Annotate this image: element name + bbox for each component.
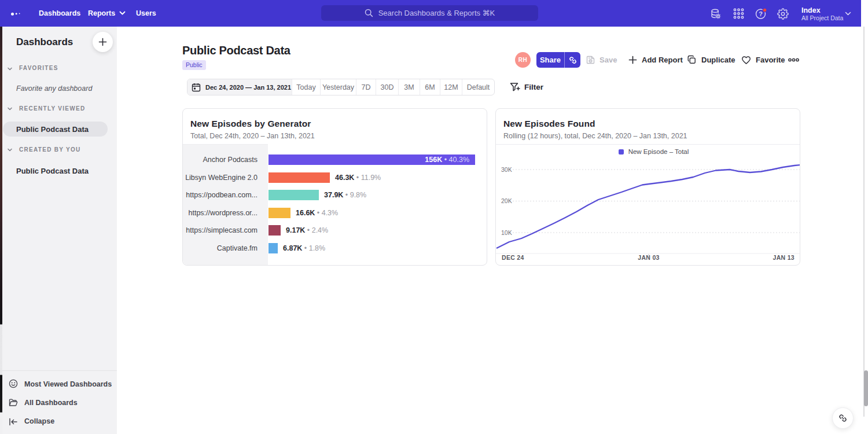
- svg-text:?: ?: [759, 10, 763, 17]
- svg-text:JAN 03: JAN 03: [638, 254, 659, 261]
- svg-text:10K: 10K: [501, 229, 512, 236]
- svg-text:30K: 30K: [501, 166, 512, 173]
- svg-text:DEC 24: DEC 24: [502, 254, 524, 261]
- svg-text:20K: 20K: [501, 197, 512, 204]
- svg-text:JAN 13: JAN 13: [773, 254, 795, 261]
